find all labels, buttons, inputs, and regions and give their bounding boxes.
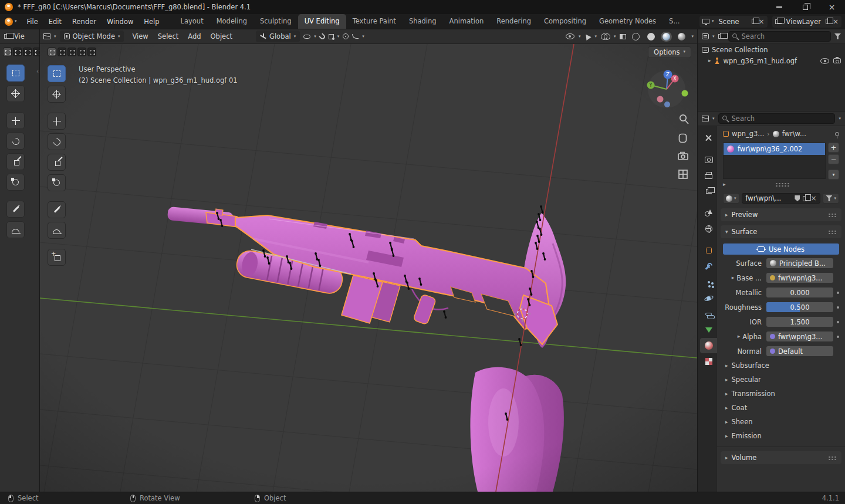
- close-button[interactable]: ×: [819, 0, 845, 14]
- workspace-tab-modeling[interactable]: Modeling: [210, 14, 254, 29]
- properties-tab-scene[interactable]: [700, 205, 717, 221]
- material-slot[interactable]: fwr\wpn\g36_2.002: [724, 143, 825, 155]
- measure-tool-button[interactable]: [48, 222, 66, 239]
- cursor-tool-button[interactable]: [48, 86, 66, 103]
- workspace-tab-animation[interactable]: Animation: [443, 14, 491, 29]
- hide-eye-icon[interactable]: [820, 58, 829, 64]
- move-tool-button[interactable]: [6, 112, 25, 129]
- select-mode-extend-button[interactable]: [58, 48, 66, 56]
- properties-tab-data[interactable]: [700, 322, 717, 337]
- select-mode-new-button[interactable]: [3, 48, 12, 56]
- shading-material-button[interactable]: [661, 32, 672, 42]
- select-mode-intersect-button[interactable]: [87, 48, 96, 56]
- metallic-slider[interactable]: 0.000: [766, 287, 833, 297]
- outliner-search-input[interactable]: Search: [728, 31, 831, 42]
- restore-button[interactable]: [792, 0, 819, 14]
- material-slot-list[interactable]: fwr\wpn\g36_2.002: [723, 143, 826, 179]
- keyframe-dot-icon[interactable]: [837, 292, 839, 294]
- select-mode-extend-button[interactable]: [13, 48, 22, 56]
- panel-grip-icon[interactable]: [828, 213, 837, 217]
- rotate-tool-button[interactable]: [48, 133, 66, 150]
- snap-pivot-icon[interactable]: [303, 35, 310, 39]
- properties-tab-texture[interactable]: [700, 354, 717, 369]
- panel-grip-icon[interactable]: [828, 456, 837, 460]
- keyframe-dot-icon[interactable]: [837, 321, 839, 323]
- expand-chevron-icon[interactable]: ▸: [732, 275, 735, 280]
- properties-tab-modifiers[interactable]: [700, 259, 717, 274]
- breadcrumb-material[interactable]: fwr\w...: [782, 130, 806, 138]
- slot-specials-button[interactable]: ▾: [828, 170, 839, 180]
- panel-specular[interactable]: ▸Specular: [717, 373, 845, 387]
- properties-tab-render[interactable]: [700, 152, 717, 167]
- blender-menu-button[interactable]: ▾: [0, 14, 22, 29]
- properties-search-input[interactable]: Search: [718, 113, 836, 124]
- panel-coat[interactable]: ▸Coat: [717, 401, 845, 415]
- editor-type-icon[interactable]: [43, 33, 50, 39]
- select-box-tool-button[interactable]: [48, 65, 66, 82]
- volume-panel-header[interactable]: ▸ Volume: [721, 451, 841, 464]
- gizmo-y-neg[interactable]: [682, 90, 688, 97]
- shading-solid-button[interactable]: [645, 32, 657, 42]
- fake-user-icon[interactable]: [795, 195, 800, 201]
- pin-icon[interactable]: [835, 132, 839, 136]
- properties-tab-tool[interactable]: [700, 130, 717, 146]
- properties-tab-constraints[interactable]: [700, 306, 717, 322]
- display-mode-icon[interactable]: [718, 34, 725, 39]
- cursor-tool-button[interactable]: [6, 85, 25, 102]
- workspace-tab-texture-paint[interactable]: Texture Paint: [346, 14, 403, 29]
- new-viewlayer-icon[interactable]: [826, 19, 830, 24]
- workspace-tab-rendering[interactable]: Rendering: [490, 14, 538, 29]
- select-mode-invert-button[interactable]: [33, 48, 40, 56]
- expand-chevron-icon[interactable]: ▸: [708, 58, 711, 63]
- properties-tab-object[interactable]: [700, 243, 717, 258]
- toolbar-collapse-arrow[interactable]: ‹: [36, 68, 39, 75]
- outliner-editor-icon[interactable]: [702, 33, 709, 39]
- annotate-tool-button[interactable]: [48, 201, 66, 218]
- move-tool-button[interactable]: [48, 113, 66, 130]
- select-mode-subtract-button[interactable]: [67, 48, 76, 56]
- select-box-tool-button[interactable]: [6, 65, 25, 82]
- panel-grip-icon[interactable]: [828, 230, 837, 234]
- transform-tool-button[interactable]: [6, 174, 25, 191]
- normal-field[interactable]: Default: [766, 346, 833, 356]
- browse-material-button[interactable]: ▾: [723, 193, 739, 204]
- shading-wireframe-button[interactable]: [630, 32, 641, 42]
- snap-magnet-icon[interactable]: [319, 33, 326, 40]
- keyframe-dot-icon[interactable]: [837, 306, 839, 309]
- surface-shader-field[interactable]: Principled B...: [766, 258, 833, 268]
- remove-slot-button[interactable]: −: [828, 154, 839, 164]
- select-mode-invert-button[interactable]: [77, 48, 86, 56]
- alpha-field[interactable]: fwr\wpn\g3...: [766, 332, 833, 341]
- options-button[interactable]: Options ▾: [648, 46, 691, 58]
- viewport-menu-object[interactable]: Object: [206, 29, 237, 43]
- menu-edit[interactable]: Edit: [43, 14, 67, 29]
- outliner-row-object[interactable]: ▸ wpn_g36_m1_hud.ogf: [698, 55, 845, 66]
- surface-panel-header[interactable]: ▾ Surface: [721, 225, 841, 238]
- scale-tool-button[interactable]: [6, 153, 25, 170]
- workspace-tab-shading[interactable]: Shading: [403, 14, 443, 29]
- breadcrumb-object[interactable]: wpn_g3...: [732, 130, 764, 138]
- keyframe-dot-icon[interactable]: [837, 336, 839, 338]
- remove-viewlayer-icon[interactable]: ×: [833, 18, 839, 25]
- menu-help[interactable]: Help: [138, 14, 164, 29]
- workspace-tab-sculpting[interactable]: Sculpting: [254, 14, 298, 29]
- properties-tab-view-layer[interactable]: [700, 184, 717, 199]
- falloff-icon[interactable]: [352, 34, 359, 39]
- properties-tab-world[interactable]: [700, 221, 717, 236]
- transform-tool-button[interactable]: [48, 174, 66, 191]
- viewport-menu-select[interactable]: Select: [153, 29, 183, 43]
- shading-rendered-button[interactable]: [676, 32, 687, 42]
- viewlayer-selector[interactable]: ViewLayer ×: [772, 16, 841, 28]
- gizmo-z-neg[interactable]: [664, 102, 670, 107]
- scale-tool-button[interactable]: [48, 154, 66, 171]
- xray-toggle-icon[interactable]: [620, 34, 626, 39]
- menu-file[interactable]: File: [22, 14, 43, 29]
- roughness-slider[interactable]: 0.500: [766, 302, 833, 312]
- proportional-edit-icon[interactable]: [343, 33, 349, 39]
- new-scene-icon[interactable]: [752, 19, 756, 24]
- workspace-tab-uv-editing[interactable]: UV Editing: [298, 14, 346, 29]
- mode-selector[interactable]: Object Mode ▾: [60, 31, 124, 42]
- workspace-tab-compositing[interactable]: Compositing: [538, 14, 593, 29]
- snap-target-icon[interactable]: [329, 34, 334, 39]
- properties-tab-physics[interactable]: [700, 290, 717, 306]
